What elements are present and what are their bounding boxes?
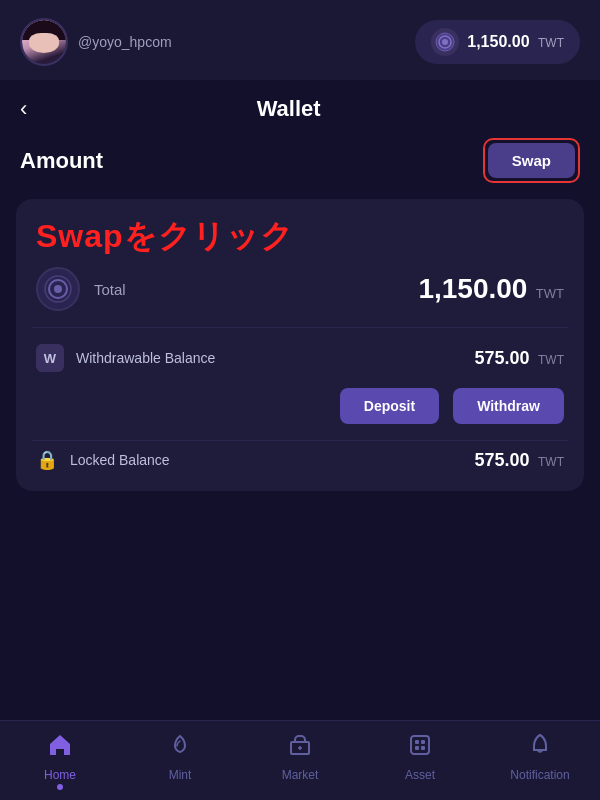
svg-point-5 <box>54 285 62 293</box>
lock-icon: 🔒 <box>36 449 58 471</box>
nav-item-home[interactable]: Home <box>25 732 95 790</box>
balance-pill: 1,150.00 TWT <box>415 20 580 64</box>
header-balance: 1,150.00 TWT <box>467 33 564 51</box>
top-header: @yoyo_hpcom 1,150.00 TWT <box>0 0 600 80</box>
nav-label-asset: Asset <box>405 768 435 782</box>
instruction-text: Swapをクリック <box>36 215 564 259</box>
withdrawable-balance-row: W Withdrawable Balance 575.00 TWT <box>16 328 584 380</box>
amount-row: Amount Swap <box>0 130 600 199</box>
svg-rect-11 <box>421 740 425 744</box>
swap-button-wrapper: Swap <box>483 138 580 183</box>
avatar <box>20 18 68 66</box>
locked-label: Locked Balance <box>70 452 462 468</box>
deposit-button[interactable]: Deposit <box>340 388 439 424</box>
nav-label-mint: Mint <box>169 768 192 782</box>
wallet-nav: ‹ Wallet <box>0 80 600 130</box>
locked-value: 575.00 TWT <box>474 450 564 471</box>
w-badge-icon: W <box>36 344 64 372</box>
home-icon <box>47 732 73 764</box>
nav-item-mint[interactable]: Mint <box>145 732 215 790</box>
user-info: @yoyo_hpcom <box>20 18 172 66</box>
total-row: Total 1,150.00 TWT <box>16 267 584 327</box>
wallet-title: Wallet <box>43 96 534 122</box>
nav-item-market[interactable]: Market <box>265 732 335 790</box>
svg-rect-9 <box>411 736 429 754</box>
withdraw-button[interactable]: Withdraw <box>453 388 564 424</box>
market-icon <box>287 732 313 764</box>
withdrawable-value: 575.00 TWT <box>474 348 564 369</box>
total-label: Total <box>94 281 404 298</box>
swap-button[interactable]: Swap <box>488 143 575 178</box>
nav-label-home: Home <box>44 768 76 782</box>
nav-active-dot-home <box>57 784 63 790</box>
action-buttons: Deposit Withdraw <box>16 380 584 440</box>
main-card: Swapをクリック Total 1,150.00 TWT W Withdrawa… <box>16 199 584 491</box>
coin-icon <box>431 28 459 56</box>
nav-label-market: Market <box>282 768 319 782</box>
nav-item-notification[interactable]: Notification <box>505 732 575 790</box>
svg-rect-13 <box>421 746 425 750</box>
notification-icon <box>527 732 553 764</box>
twt-coin-icon <box>36 267 80 311</box>
nav-label-notification: Notification <box>510 768 569 782</box>
username: @yoyo_hpcom <box>78 34 172 50</box>
mint-icon <box>167 732 193 764</box>
withdrawable-label: Withdrawable Balance <box>76 350 462 366</box>
amount-label: Amount <box>20 148 103 174</box>
bottom-nav: Home Mint Market <box>0 720 600 800</box>
nav-item-asset[interactable]: Asset <box>385 732 455 790</box>
svg-rect-10 <box>415 740 419 744</box>
asset-icon <box>407 732 433 764</box>
locked-balance-row: 🔒 Locked Balance 575.00 TWT <box>16 441 584 475</box>
svg-point-2 <box>442 39 448 45</box>
back-button[interactable]: ‹ <box>20 98 27 120</box>
instruction-header: Swapをクリック <box>16 199 584 267</box>
total-value: 1,150.00 TWT <box>418 273 564 305</box>
svg-rect-12 <box>415 746 419 750</box>
